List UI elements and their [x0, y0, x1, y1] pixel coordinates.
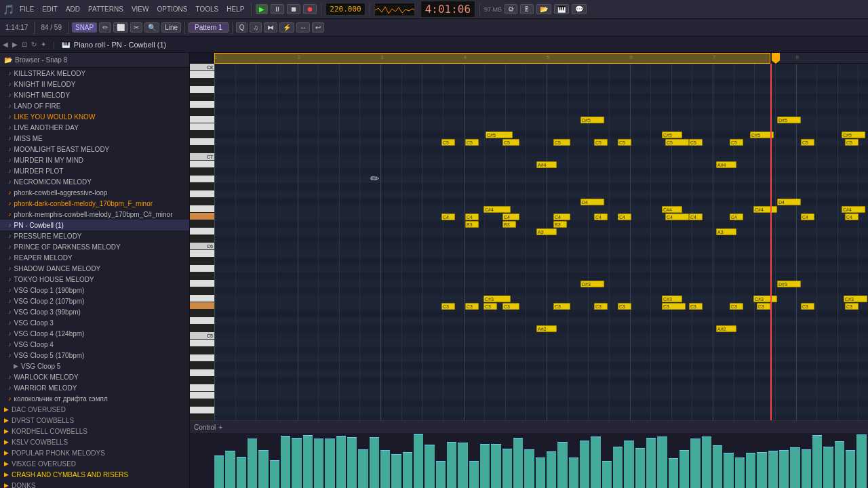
vel-bar-40[interactable] [657, 436, 667, 488]
note-76[interactable]: C3 [845, 303, 859, 310]
note-11[interactable]: C5 [553, 139, 570, 146]
piano-key-25[interactable] [190, 250, 214, 258]
mixer-btn[interactable]: 🎚 [520, 4, 534, 14]
note-35[interactable]: C4 [465, 214, 479, 220]
note-43[interactable]: C4 [801, 214, 814, 220]
note-68[interactable]: C3 [553, 303, 570, 310]
line-mode-btn[interactable]: Line [161, 22, 181, 33]
piano-key-7[interactable] [190, 116, 214, 123]
note-15[interactable]: C5 [689, 139, 703, 146]
draw-tool[interactable]: ✏ [99, 22, 111, 33]
note-13[interactable]: C5 [618, 139, 631, 146]
note-73[interactable]: C3 [730, 303, 743, 310]
sidebar-folder-0[interactable]: ▶ DAC OVERUSED [0, 404, 189, 415]
piano-key-15[interactable] [190, 176, 214, 183]
note-40[interactable]: C4 [665, 214, 689, 220]
note-82[interactable]: A#2 [536, 325, 557, 332]
sidebar-item-6[interactable]: ♪MISS ME [0, 133, 189, 144]
vel-bar-25[interactable] [491, 444, 500, 488]
piano-key-40[interactable] [190, 362, 214, 369]
vel-bar-13[interactable] [358, 449, 368, 488]
vel-bar-16[interactable] [391, 454, 401, 488]
transport-stop[interactable]: ⏹ [287, 4, 300, 14]
sidebar-item-1[interactable]: ♪KNIGHT II MELODY [0, 79, 189, 89]
vel-bar-14[interactable] [370, 437, 379, 488]
note-6[interactable]: C#5 [842, 131, 865, 138]
piano-key-17[interactable] [190, 190, 214, 198]
sidebar-item-26[interactable]: ♪VSG Cloop 5 (170bpm) [0, 350, 189, 361]
sidebar-folder-4[interactable]: ▶ POPULAR PHONK MELODYS [0, 447, 189, 458]
vel-bar-39[interactable] [646, 438, 656, 488]
vel-bar-26[interactable] [502, 449, 512, 488]
note-3[interactable]: C#5 [486, 131, 513, 138]
note-62[interactable]: C#3 [844, 296, 867, 302]
note-30[interactable]: C#4 [484, 206, 511, 213]
note-16[interactable]: C5 [730, 139, 743, 146]
vel-bar-21[interactable] [447, 442, 456, 488]
piano-key-14[interactable] [190, 168, 214, 176]
vel-bar-53[interactable] [802, 449, 811, 488]
sidebar-item-30[interactable]: ♪колокольчик от дрифта сэмпл [0, 393, 189, 404]
note-69[interactable]: C3 [594, 303, 608, 310]
note-53[interactable]: A3 [536, 228, 557, 235]
sidebar-item-5[interactable]: ♪LIVE ANOTHER DAY [0, 122, 189, 133]
vel-bar-28[interactable] [524, 449, 534, 488]
vel-bar-41[interactable] [669, 458, 678, 488]
note-54[interactable]: A3 [716, 228, 736, 235]
sidebar-item-4[interactable]: ♪LIKE YOU WOULD KNOW [0, 111, 189, 122]
menu-options[interactable]: OPTIONS [154, 4, 190, 14]
piano-key-33[interactable] [190, 310, 214, 317]
sidebar-item-14[interactable]: ♪PN - Cowbell (1) [0, 220, 189, 230]
settings-btn[interactable]: ⚙ [505, 4, 517, 14]
piano-key-36[interactable]: C5 [190, 332, 214, 340]
note-39[interactable]: C4 [618, 214, 631, 220]
vel-bar-57[interactable] [846, 450, 855, 488]
vel-bar-6[interactable] [281, 436, 290, 488]
note-9[interactable]: C5 [465, 139, 479, 146]
select-tool[interactable]: ⬜ [113, 22, 128, 33]
piano-key-44[interactable] [190, 392, 214, 399]
control-add-icon[interactable]: + [218, 424, 222, 431]
sidebar-item-24[interactable]: ♪VSG Cloop 4 (124bpm) [0, 328, 189, 339]
glue-btn[interactable]: ⧓ [264, 22, 277, 33]
piano-key-13[interactable] [190, 161, 214, 168]
note-56[interactable]: D#3 [580, 281, 604, 287]
flip-btn[interactable]: ↔ [296, 22, 310, 33]
vel-bar-5[interactable] [270, 460, 279, 488]
vel-bar-22[interactable] [458, 443, 467, 488]
note-28[interactable]: D4 [777, 199, 801, 205]
note-24[interactable]: A#4 [536, 161, 557, 168]
menu-patterns[interactable]: PATTERNS [85, 4, 126, 14]
note-70[interactable]: C3 [618, 303, 631, 310]
sidebar-folder-5[interactable]: ▶ VI5XGE OVERUSED [0, 458, 189, 469]
vel-bar-10[interactable] [325, 439, 334, 488]
note-17[interactable]: C5 [801, 139, 814, 146]
sidebar-item-8[interactable]: ♪MURDER IN MY MIND [0, 155, 189, 165]
vel-bar-18[interactable] [414, 434, 423, 488]
vel-bar-46[interactable] [724, 453, 733, 488]
menu-tools[interactable]: TOOLS [193, 4, 221, 14]
chat-btn[interactable]: 💬 [572, 4, 587, 14]
vel-bar-56[interactable] [835, 441, 844, 488]
sidebar-folder-2[interactable]: ▶ KORDHELL COWBELLS [0, 426, 189, 436]
sidebar-item-15[interactable]: ♪PRESSURE MELODY [0, 230, 189, 241]
piano-key-6[interactable] [190, 108, 214, 116]
note-59[interactable]: C#3 [484, 296, 511, 302]
vel-bar-52[interactable] [790, 447, 800, 488]
sidebar-item-10[interactable]: ♪NECROMICON MELODY [0, 176, 189, 187]
piano-key-32[interactable] [190, 302, 214, 310]
note-52[interactable]: B3 [553, 221, 567, 228]
sidebar-item-22[interactable]: ♪VSG Cloop 3 (99bpm) [0, 306, 189, 317]
sidebar-item-23[interactable]: ♪VSG Cloop 3 [0, 317, 189, 328]
vel-bar-58[interactable] [856, 434, 866, 488]
sidebar-item-2[interactable]: ♪KNIGHT MELODY [0, 89, 189, 100]
pr-nav-next[interactable]: ▶ [12, 41, 18, 48]
sidebar-item-17[interactable]: ♪REAPER MELODY [0, 252, 189, 263]
vel-bar-7[interactable] [292, 438, 301, 488]
menu-help[interactable]: HELP [224, 4, 247, 14]
piano-key-20[interactable] [190, 213, 214, 220]
vel-bar-32[interactable] [569, 458, 578, 488]
note-75[interactable]: C3 [801, 303, 814, 310]
note-27[interactable]: D4 [580, 199, 604, 205]
menu-file[interactable]: FILE [17, 4, 37, 14]
